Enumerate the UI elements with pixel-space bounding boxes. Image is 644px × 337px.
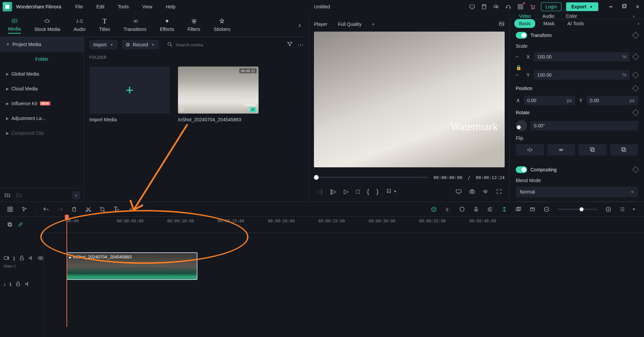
camera-icon[interactable] xyxy=(469,188,475,195)
stop-icon[interactable]: □ xyxy=(356,188,360,195)
fullscreen-icon[interactable] xyxy=(496,188,502,195)
redo-icon[interactable] xyxy=(57,206,63,213)
sidebar-item-compound-clip[interactable]: ▶Compound Clip xyxy=(0,126,84,140)
flip-horizontal-button[interactable] xyxy=(516,144,544,156)
audio-sync-icon[interactable] xyxy=(487,206,494,213)
zoom-out-icon[interactable] xyxy=(543,206,550,213)
tab-transitions[interactable]: Transitions xyxy=(124,17,146,33)
record-dropdown[interactable]: Record▼ xyxy=(122,40,159,49)
mute-icon[interactable] xyxy=(25,281,31,288)
sidebar-item-adjustment-layer[interactable]: ▶Adjustment La... xyxy=(0,111,84,126)
sidebar-item-global-media[interactable]: ▶Global Media xyxy=(0,67,84,81)
cloud-icon[interactable] xyxy=(493,3,500,10)
sidebar-item-folder[interactable]: Folder xyxy=(0,52,84,67)
lock-icon[interactable] xyxy=(15,281,21,288)
sidebar-item-cloud-media[interactable]: ▶Cloud Media xyxy=(0,81,84,96)
insp-tab-video[interactable]: Video xyxy=(519,13,531,19)
preview-viewport[interactable]: Watermark xyxy=(314,32,505,167)
lock-icon[interactable]: 🔒 xyxy=(516,65,521,70)
speed-icon[interactable]: ◐ xyxy=(445,206,451,213)
playhead[interactable] xyxy=(66,217,67,327)
menu-edit[interactable]: Edit xyxy=(96,4,104,9)
pos-y-input[interactable]: 0.00px xyxy=(587,96,638,105)
volume-icon[interactable] xyxy=(482,188,489,195)
import-media-card[interactable]: + Import Media xyxy=(89,67,170,122)
transform-toggle[interactable] xyxy=(516,32,527,39)
apps-icon[interactable] xyxy=(517,3,524,10)
minimize-icon[interactable]: ━ xyxy=(607,3,614,10)
scale-y-input[interactable]: 100.00% xyxy=(534,70,630,80)
duplicate-icon[interactable] xyxy=(7,221,13,228)
snapshot-gallery-icon[interactable] xyxy=(499,21,505,28)
media-clip-card[interactable]: 00:00:12 Waterm ▯♪ ✓ InShot_20240704_204… xyxy=(178,67,259,122)
fit-icon[interactable] xyxy=(529,206,536,213)
menu-help[interactable]: Help xyxy=(166,4,176,9)
pos-x-input[interactable]: 0.00px xyxy=(524,96,575,105)
tab-audio[interactable]: ♪♫Audio xyxy=(74,17,86,33)
crop-icon[interactable] xyxy=(99,206,106,213)
filter-icon[interactable] xyxy=(287,41,293,49)
tab-stickers[interactable]: Stickers xyxy=(214,17,231,33)
marker-dropdown-icon[interactable]: ▼ xyxy=(386,188,397,195)
menu-file[interactable]: File xyxy=(75,4,83,9)
copy-front-button[interactable] xyxy=(579,144,607,156)
blend-mode-select[interactable]: Normal ▼ xyxy=(516,186,638,197)
link-icon[interactable] xyxy=(17,221,24,228)
close-icon[interactable]: ✕ xyxy=(634,3,641,10)
trash-icon[interactable] xyxy=(71,206,78,213)
desktop-icon[interactable] xyxy=(468,3,476,10)
search-input[interactable] xyxy=(176,42,282,47)
new-folder-icon[interactable] xyxy=(3,191,11,199)
save-icon[interactable] xyxy=(480,3,488,10)
compositing-toggle[interactable] xyxy=(516,166,527,173)
mute-icon[interactable] xyxy=(28,255,34,262)
timeline-ruler[interactable]: 00:00 00:00:05:00 00:00:10:00 00:00:15:0… xyxy=(44,217,644,233)
list-view-icon[interactable] xyxy=(619,206,626,213)
more-icon[interactable]: ⋯ xyxy=(297,41,304,48)
zoom-knob[interactable] xyxy=(580,207,584,211)
next-frame-icon[interactable]: |▷ xyxy=(330,188,337,195)
search-box[interactable] xyxy=(164,41,282,48)
remove-folder-icon[interactable] xyxy=(15,191,23,199)
next-icon[interactable]: › xyxy=(638,21,639,26)
sidebar-item-project-media[interactable]: ▼Project Media xyxy=(0,37,84,52)
prev-frame-icon[interactable]: ◁| xyxy=(317,188,323,195)
keyframe-icon[interactable] xyxy=(632,32,639,39)
mark-in-icon[interactable]: { xyxy=(367,188,369,195)
timeline-clip[interactable]: ▸ InShot_20240704_204545883 xyxy=(66,252,197,280)
keyframe-icon[interactable] xyxy=(632,85,639,92)
zoom-in-icon[interactable] xyxy=(605,206,612,213)
progress-bar[interactable] xyxy=(314,177,428,178)
keyframe-icon[interactable] xyxy=(632,53,639,60)
chevron-down-icon[interactable]: ▼ xyxy=(631,206,637,213)
mark-out-icon[interactable]: } xyxy=(376,188,378,195)
import-dropdown[interactable]: Import▼ xyxy=(89,40,118,49)
copy-back-button[interactable] xyxy=(610,144,638,156)
keyframe-icon[interactable] xyxy=(632,166,639,173)
tab-stock[interactable]: Stock Media xyxy=(34,17,60,33)
tab-titles[interactable]: TTitles xyxy=(99,17,110,33)
display-icon[interactable] xyxy=(456,188,462,195)
undo-icon[interactable] xyxy=(43,206,49,213)
timeline-body[interactable]: ▸ InShot_20240704_204545883 xyxy=(44,233,644,337)
mic-icon[interactable] xyxy=(473,206,479,213)
next-icon[interactable]: › xyxy=(633,13,635,19)
keyframe-icon[interactable] xyxy=(632,72,639,78)
menu-view[interactable]: View xyxy=(142,4,152,9)
shield-icon[interactable] xyxy=(459,206,465,213)
headphones-icon[interactable] xyxy=(505,3,512,10)
export-button[interactable]: Export▼ xyxy=(566,2,598,11)
tab-effects[interactable]: ✦Effects xyxy=(160,17,174,33)
more-tools-icon[interactable]: » xyxy=(127,206,134,213)
tab-media[interactable]: Media xyxy=(8,17,21,34)
rotate-input[interactable]: 0.00° xyxy=(531,121,638,130)
ai-face-icon[interactable] xyxy=(430,206,437,213)
maximize-icon[interactable] xyxy=(620,3,628,10)
eye-icon[interactable] xyxy=(38,255,44,262)
lock-icon[interactable] xyxy=(19,255,25,262)
zoom-slider[interactable] xyxy=(557,209,598,210)
menu-tools[interactable]: Tools xyxy=(118,4,129,9)
insp-tab-audio[interactable]: Audio xyxy=(543,13,555,19)
cursor-icon[interactable] xyxy=(21,206,28,213)
sidebar-item-influence-kit[interactable]: ▶Influence KitNEW xyxy=(0,96,84,111)
